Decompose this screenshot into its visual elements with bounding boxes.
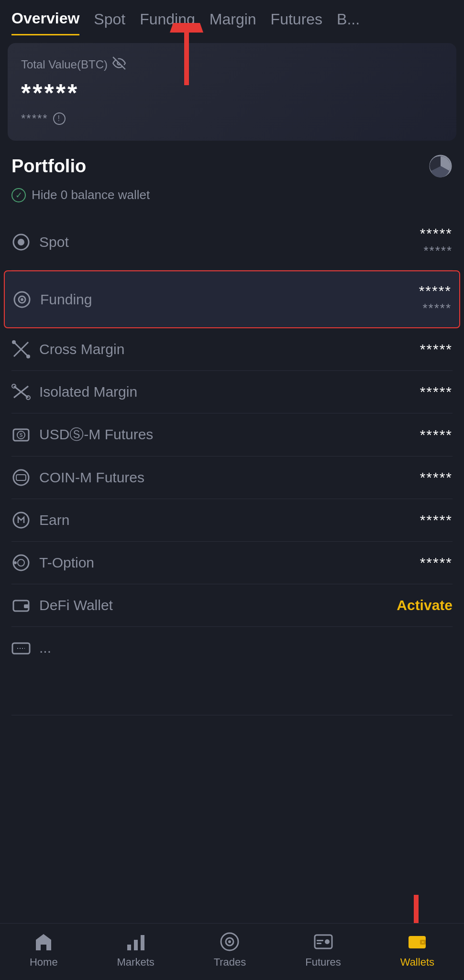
home-nav-label: Home bbox=[30, 956, 58, 969]
spot-icon bbox=[11, 233, 31, 252]
usd-futures-value: ***** bbox=[420, 427, 453, 443]
svg-point-44 bbox=[422, 941, 424, 943]
defi-wallet-icon bbox=[11, 596, 31, 615]
home-icon bbox=[33, 931, 54, 952]
bottom-nav-trades[interactable]: Trades bbox=[214, 931, 246, 969]
isolated-margin-value: ***** bbox=[420, 384, 453, 400]
portfolio-item-spot[interactable]: Spot ***** ***** bbox=[11, 214, 453, 270]
futures-bottom-icon bbox=[313, 931, 334, 952]
hide-balance-checkbox[interactable]: ✓ bbox=[11, 188, 26, 202]
nav-item-more[interactable]: B... bbox=[337, 11, 360, 35]
portfolio-section: Portfolio ✓ Hide 0 balance wallet Spot bbox=[0, 141, 464, 715]
svg-point-22 bbox=[13, 470, 29, 485]
usd-futures-label: USDⓈ-M Futures bbox=[39, 425, 153, 445]
portfolio-item-defi-wallet[interactable]: DeFi Wallet Activate bbox=[11, 584, 453, 627]
svg-point-7 bbox=[18, 239, 24, 245]
portfolio-item-more[interactable]: ... bbox=[11, 627, 453, 715]
trades-icon bbox=[219, 931, 240, 952]
spot-label: Spot bbox=[39, 234, 69, 250]
total-value-header: Total Value(BTC) bbox=[21, 56, 443, 73]
svg-point-27 bbox=[14, 561, 17, 564]
portfolio-header: Portfolio bbox=[11, 154, 453, 178]
hide-balance-row[interactable]: ✓ Hide 0 balance wallet bbox=[11, 188, 453, 202]
svg-text:S: S bbox=[20, 433, 23, 438]
funding-label: Funding bbox=[40, 291, 92, 308]
wallets-nav-label: Wallets bbox=[400, 956, 434, 969]
usd-futures-icon: S bbox=[11, 425, 31, 445]
earn-icon bbox=[11, 511, 31, 530]
svg-rect-29 bbox=[24, 604, 29, 608]
svg-point-14 bbox=[26, 355, 30, 358]
svg-rect-23 bbox=[16, 475, 26, 480]
svg-point-13 bbox=[12, 340, 16, 344]
coin-futures-icon bbox=[11, 468, 31, 487]
svg-rect-41 bbox=[317, 943, 321, 944]
top-navigation: Overview Spot Funding Margin Futures B..… bbox=[0, 0, 464, 35]
svg-rect-30 bbox=[12, 643, 30, 654]
coin-futures-label: COIN-M Futures bbox=[39, 469, 144, 486]
svg-rect-40 bbox=[317, 940, 323, 941]
portfolio-item-toption[interactable]: T-Option ***** bbox=[11, 542, 453, 584]
portfolio-item-coin-futures[interactable]: COIN-M Futures ***** bbox=[11, 457, 453, 499]
markets-icon bbox=[125, 931, 146, 952]
earn-value: ***** bbox=[420, 512, 453, 528]
portfolio-chart-icon[interactable] bbox=[429, 154, 453, 178]
spot-value-secondary: ***** bbox=[420, 244, 453, 258]
total-value-amount: ***** bbox=[21, 78, 443, 107]
funding-value-primary: ***** bbox=[419, 283, 452, 299]
total-value-label: Total Value(BTC) bbox=[21, 58, 108, 71]
bottom-nav-futures[interactable]: Futures bbox=[305, 931, 341, 969]
cross-margin-value: ***** bbox=[420, 341, 453, 357]
wallets-icon bbox=[407, 931, 428, 952]
svg-rect-32 bbox=[127, 945, 131, 950]
funding-value-secondary: ***** bbox=[419, 301, 452, 316]
total-value-sub: ***** ! bbox=[21, 112, 443, 125]
nav-item-overview[interactable]: Overview bbox=[11, 10, 79, 35]
total-value-section: Total Value(BTC) ***** ***** ! bbox=[8, 43, 456, 141]
bottom-nav-home[interactable]: Home bbox=[30, 931, 58, 969]
portfolio-item-funding[interactable]: Funding ***** ***** bbox=[4, 270, 460, 328]
earn-label: Earn bbox=[39, 512, 69, 528]
nav-item-futures[interactable]: Futures bbox=[271, 11, 322, 35]
portfolio-title: Portfolio bbox=[11, 156, 86, 177]
svg-point-10 bbox=[21, 298, 23, 301]
nav-item-funding[interactable]: Funding bbox=[140, 11, 195, 35]
funding-icon bbox=[12, 290, 32, 309]
more-icon bbox=[11, 638, 31, 657]
cross-margin-icon bbox=[11, 340, 31, 359]
svg-rect-34 bbox=[141, 935, 144, 950]
svg-point-39 bbox=[325, 939, 330, 944]
trades-nav-label: Trades bbox=[214, 956, 246, 969]
toption-icon bbox=[11, 553, 31, 572]
portfolio-item-cross-margin[interactable]: Cross Margin ***** bbox=[11, 328, 453, 371]
defi-wallet-label: DeFi Wallet bbox=[39, 597, 113, 613]
more-label: ... bbox=[39, 640, 51, 656]
toption-label: T-Option bbox=[39, 555, 94, 571]
toption-value: ***** bbox=[420, 555, 453, 571]
svg-rect-33 bbox=[134, 940, 138, 950]
markets-nav-label: Markets bbox=[117, 956, 155, 969]
isolated-margin-label: Isolated Margin bbox=[39, 384, 137, 400]
spot-value-primary: ***** bbox=[420, 225, 453, 242]
bottom-nav-wallets[interactable]: Wallets bbox=[400, 931, 434, 969]
hide-value-icon[interactable] bbox=[112, 56, 126, 73]
cross-margin-label: Cross Margin bbox=[39, 341, 124, 357]
futures-nav-label: Futures bbox=[305, 956, 341, 969]
isolated-margin-icon bbox=[11, 382, 31, 401]
portfolio-item-earn[interactable]: Earn ***** bbox=[11, 499, 453, 542]
nav-item-spot[interactable]: Spot bbox=[94, 11, 125, 35]
info-icon[interactable]: ! bbox=[53, 112, 66, 125]
svg-point-37 bbox=[228, 940, 231, 943]
portfolio-item-usd-futures[interactable]: S USDⓈ-M Futures ***** bbox=[11, 413, 453, 457]
bottom-nav-markets[interactable]: Markets bbox=[117, 931, 155, 969]
defi-wallet-activate[interactable]: Activate bbox=[397, 597, 453, 613]
bottom-navigation: Home Markets Trades bbox=[0, 923, 464, 980]
svg-point-26 bbox=[18, 559, 24, 566]
nav-item-margin[interactable]: Margin bbox=[210, 11, 256, 35]
hide-balance-label: Hide 0 balance wallet bbox=[32, 188, 150, 202]
coin-futures-value: ***** bbox=[420, 469, 453, 486]
portfolio-item-isolated-margin[interactable]: Isolated Margin ***** bbox=[11, 371, 453, 413]
